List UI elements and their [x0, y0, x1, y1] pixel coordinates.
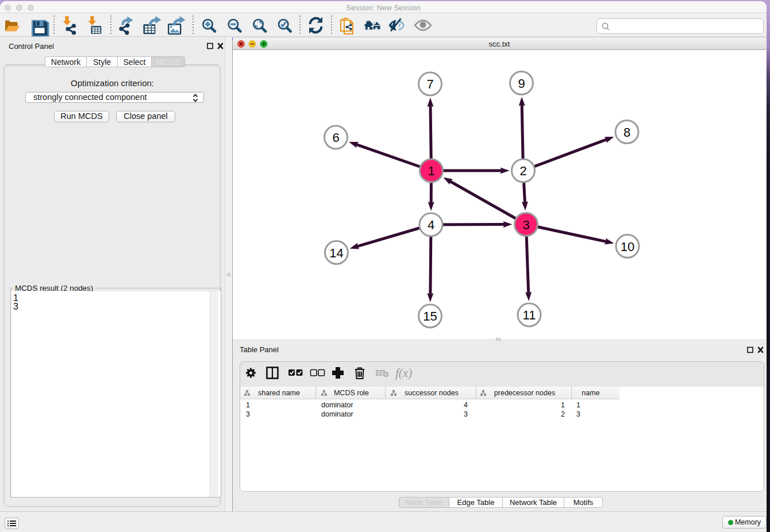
svg-text:4: 4 [428, 218, 434, 232]
svg-text:14: 14 [329, 246, 343, 260]
svg-text:10: 10 [621, 240, 634, 254]
svg-text:11: 11 [523, 308, 536, 322]
svg-text:2: 2 [519, 164, 526, 178]
svg-text:f(x): f(x) [395, 366, 412, 380]
svg-text:15: 15 [423, 309, 437, 323]
svg-text:9: 9 [518, 76, 525, 91]
svg-text:3: 3 [522, 218, 529, 232]
svg-text:8: 8 [623, 125, 630, 140]
svg-text:1: 1 [428, 164, 434, 178]
svg-text:6: 6 [332, 130, 339, 145]
svg-text:7: 7 [426, 77, 433, 91]
